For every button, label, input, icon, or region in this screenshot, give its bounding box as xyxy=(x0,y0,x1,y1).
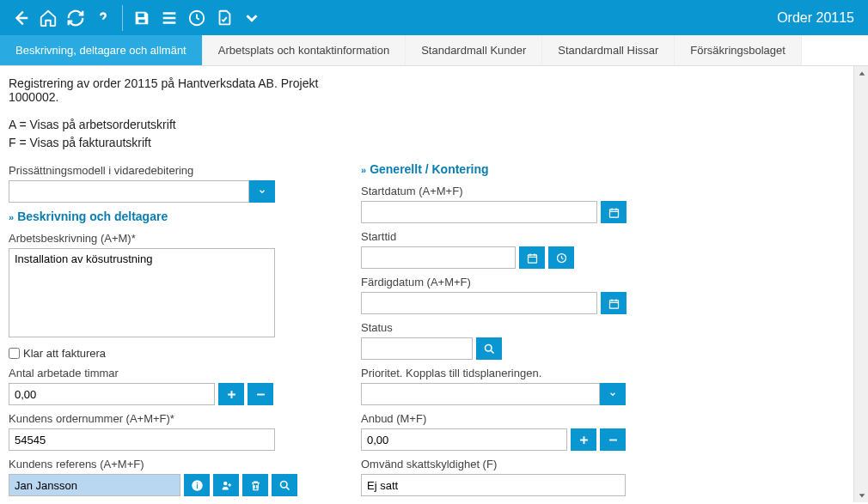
clock-button[interactable] xyxy=(548,246,574,269)
chevron-right-icon: » xyxy=(361,165,366,175)
chevron-right-icon: » xyxy=(9,212,14,222)
plus-button[interactable] xyxy=(218,383,244,405)
priority-input[interactable] xyxy=(361,383,600,405)
page-title: Order 20115 xyxy=(777,10,861,26)
cust-order-input[interactable] xyxy=(9,428,275,451)
svg-rect-5 xyxy=(609,209,618,216)
pricing-dropdown[interactable] xyxy=(9,180,275,203)
delete-button[interactable] xyxy=(242,474,268,496)
calendar-button[interactable] xyxy=(519,246,545,269)
refresh-icon[interactable] xyxy=(62,4,89,32)
help-icon[interactable] xyxy=(89,4,117,32)
menu-icon[interactable] xyxy=(156,4,183,32)
svg-text:i: i xyxy=(196,481,198,489)
priority-dropdown[interactable] xyxy=(361,383,626,405)
minus-button[interactable] xyxy=(600,428,626,451)
work-desc-label: Arbetsbeskrivning (A+M)* xyxy=(9,232,335,245)
svg-rect-8 xyxy=(609,300,618,307)
reverse-tax-input[interactable] xyxy=(361,474,626,496)
tab-forsakringsbolaget[interactable]: Försäkringsbolaget xyxy=(675,35,802,65)
plus-button[interactable] xyxy=(571,428,596,451)
chevron-down-icon[interactable] xyxy=(600,383,626,405)
tab-beskrivning[interactable]: Beskrivning, deltagare och allmänt xyxy=(0,35,203,65)
svg-point-3 xyxy=(223,481,227,484)
chevron-down-icon[interactable] xyxy=(249,180,275,203)
svg-rect-6 xyxy=(528,254,536,262)
add-person-button[interactable] xyxy=(213,474,239,496)
vertical-scrollbar[interactable] xyxy=(853,66,868,502)
note-a: A = Visas på arbetsorderutskrift xyxy=(9,116,335,134)
svg-point-9 xyxy=(485,344,492,351)
history-icon[interactable] xyxy=(183,4,211,32)
hours-input[interactable] xyxy=(9,383,215,405)
bid-input[interactable] xyxy=(361,428,567,451)
cust-ref-label: Kundens referens (A+M+F) xyxy=(9,458,335,471)
separator xyxy=(122,5,123,31)
main-toolbar: Order 20115 xyxy=(0,0,868,35)
starttime-input[interactable] xyxy=(361,246,516,269)
cust-ref-input[interactable] xyxy=(9,474,180,496)
search-button[interactable] xyxy=(272,474,297,496)
status-input[interactable] xyxy=(361,337,473,360)
work-desc-textarea[interactable]: Installation av kösutrustning xyxy=(9,248,275,337)
save-icon[interactable] xyxy=(128,4,156,32)
content-area: Registrering av order 20115 på Hantverks… xyxy=(0,66,868,502)
section-generellt: »Generellt / Kontering xyxy=(361,162,842,176)
enddate-label: Färdigdatum (A+M+F) xyxy=(361,276,842,288)
ready-invoice-checkbox[interactable] xyxy=(9,348,20,359)
tab-bar: Beskrivning, deltagare och allmänt Arbet… xyxy=(0,35,868,66)
bid-label: Anbud (M+F) xyxy=(361,412,842,425)
cust-order-label: Kundens ordernummer (A+M+F)* xyxy=(9,412,335,425)
search-button[interactable] xyxy=(476,337,502,360)
pricing-label: Prissättningsmodell i vidaredebitering xyxy=(9,164,335,177)
tab-arbetsplats[interactable]: Arbetsplats och kontaktinformation xyxy=(203,35,406,65)
notes: A = Visas på arbetsorderutskrift F = Vis… xyxy=(9,116,335,152)
calendar-button[interactable] xyxy=(601,292,627,314)
enddate-input[interactable] xyxy=(361,292,597,314)
status-label: Status xyxy=(361,321,842,334)
pricing-input[interactable] xyxy=(9,180,249,203)
scroll-down-icon[interactable] xyxy=(854,488,868,502)
hours-label: Antal arbetade timmar xyxy=(9,367,335,380)
svg-point-4 xyxy=(280,481,287,488)
reverse-tax-label: Omvänd skattskyldighet (F) xyxy=(361,458,842,471)
priority-label: Prioritet. Kopplas till tidsplaneringen. xyxy=(361,367,842,380)
home-icon[interactable] xyxy=(34,4,62,32)
info-button[interactable]: i xyxy=(184,474,210,496)
document-check-icon[interactable] xyxy=(211,4,238,32)
scroll-up-icon[interactable] xyxy=(854,66,868,81)
ready-invoice-label: Klar att fakturera xyxy=(23,347,106,360)
tab-standardmall-kunder[interactable]: Standardmall Kunder xyxy=(406,35,542,65)
tab-standardmall-hissar[interactable]: Standardmall Hissar xyxy=(542,35,675,65)
back-icon[interactable] xyxy=(7,4,34,32)
note-f: F = Visas på fakturautskrift xyxy=(9,134,335,152)
section-beskrivning: »Beskrivning och deltagare xyxy=(9,209,335,223)
startdate-label: Startdatum (A+M+F) xyxy=(361,185,842,197)
chevron-down-icon[interactable] xyxy=(238,4,266,32)
starttime-label: Starttid xyxy=(361,230,842,243)
startdate-input[interactable] xyxy=(361,201,597,223)
minus-button[interactable] xyxy=(248,383,273,405)
intro-text: Registrering av order 20115 på Hantverks… xyxy=(9,76,335,104)
calendar-button[interactable] xyxy=(601,201,627,223)
